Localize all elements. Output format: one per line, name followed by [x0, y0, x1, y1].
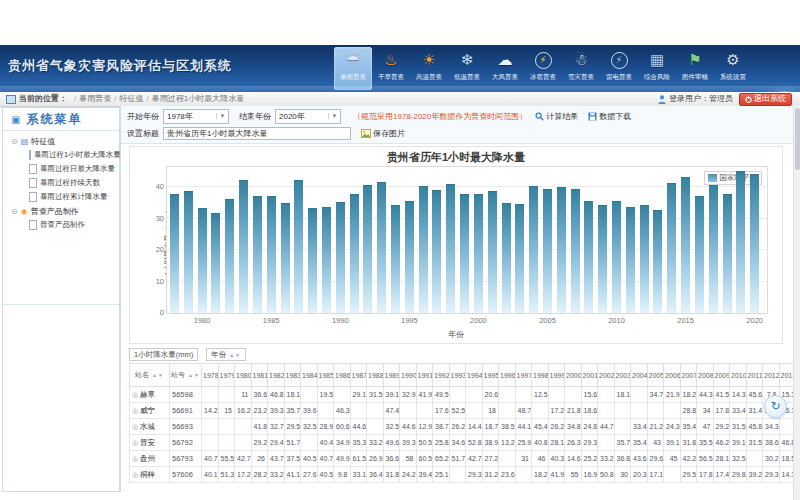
year-column-header[interactable]: 1979 — [218, 364, 235, 387]
year-column-header[interactable]: 1981 — [251, 364, 268, 387]
station-name-cell[interactable]: ◎水城 — [130, 419, 170, 435]
value-cell: 41.9 — [548, 467, 565, 483]
wind-icon: ☁ — [486, 47, 524, 73]
breadcrumb-link[interactable]: 暴雨过程1小时最大降水量 — [152, 94, 244, 103]
year-column-header[interactable]: 2009 — [713, 364, 730, 387]
year-column-header[interactable]: 2006 — [664, 364, 681, 387]
toolbar-item-系统设置[interactable]: ⚙系统设置 — [714, 47, 752, 90]
toolbar-item-冰雹普查[interactable]: ⚡冰雹普查 — [524, 47, 562, 90]
year-column-header[interactable]: 1980 — [235, 364, 252, 387]
sidebar-group-特征值[interactable]: ⊖▤特征值 — [3, 134, 119, 148]
id-column-header[interactable]: 站号▲▼ — [170, 364, 202, 387]
breadcrumb-link[interactable]: 特征值 — [119, 94, 143, 103]
year-column-header[interactable]: 2008 — [697, 364, 714, 387]
sidebar-item-label: 普查产品制作 — [40, 220, 85, 230]
value-cell: 50.5 — [416, 435, 433, 451]
year-column-header[interactable]: 1985 — [317, 364, 334, 387]
year-column-header[interactable]: 1996 — [499, 364, 516, 387]
station-name-cell[interactable]: ◎盘州 — [130, 451, 170, 467]
value-cell: 39.4 — [416, 467, 433, 483]
year-column-header[interactable]: 2004 — [631, 364, 648, 387]
scrollbar-thumb[interactable] — [795, 108, 800, 170]
year-column-header[interactable]: 1997 — [515, 364, 532, 387]
floating-service-widget[interactable]: ↻ — [764, 395, 787, 418]
year-column-header[interactable]: 1993 — [449, 364, 466, 387]
year-column-header[interactable]: 2011 — [746, 364, 763, 387]
year-column-header[interactable]: 1994 — [466, 364, 483, 387]
year-column-header[interactable]: 1987 — [350, 364, 367, 387]
radio-icon[interactable]: ◎ — [132, 455, 138, 462]
year-column-header[interactable]: 2012 — [763, 364, 780, 387]
year-column-header[interactable]: 1982 — [268, 364, 285, 387]
year-column-header[interactable]: 1988 — [367, 364, 384, 387]
toolbar-item-低温普查[interactable]: ❄低温普查 — [448, 47, 486, 90]
year-column-header[interactable]: 1991 — [416, 364, 433, 387]
sidebar-item-暴雨过程日最大降水量[interactable]: 暴雨过程日最大降水量 — [3, 162, 119, 176]
tree-expander-icon[interactable]: ⊖ — [11, 137, 18, 146]
station-name-cell[interactable]: ◎赫章 — [130, 387, 170, 403]
field-chip-label: 1小时降水量(mm) — [134, 350, 193, 360]
year-column-header[interactable]: 2003 — [614, 364, 631, 387]
year-column-header[interactable]: 1990 — [400, 364, 417, 387]
toolbar-item-大风普查[interactable]: ☁大风普查 — [486, 47, 524, 90]
toolbar-item-干旱普查[interactable]: ♨干旱普查 — [372, 47, 410, 90]
year-column-header[interactable]: 1999 — [548, 364, 565, 387]
sort-arrows-icon[interactable]: ▲▼ — [152, 372, 164, 378]
station-name-cell[interactable]: ◎桐梓 — [130, 467, 170, 483]
toolbar-item-暴雨普查[interactable]: ☔暴雨普查 — [334, 47, 372, 90]
logout-button[interactable]: 退出系统 — [739, 93, 792, 106]
year-column-header[interactable]: 1978 — [202, 364, 219, 387]
toolbar-item-雪灾普查[interactable]: ☃雪灾普查 — [562, 47, 600, 90]
sidebar-item-暴雨过程持续天数[interactable]: 暴雨过程持续天数 — [3, 176, 119, 190]
year-column-header[interactable]: 2005 — [647, 364, 664, 387]
sidebar-item-暴雨过程1小时最大降水量[interactable]: 暴雨过程1小时最大降水量 — [3, 148, 119, 162]
chart-title-input[interactable] — [163, 127, 351, 140]
toolbar-item-图件审核[interactable]: ⚑图件审核 — [676, 47, 714, 90]
radio-icon[interactable]: ◎ — [132, 407, 138, 414]
year-column-header[interactable]: 2002 — [598, 364, 615, 387]
radio-icon[interactable]: ◎ — [132, 439, 138, 446]
value-cell: 17.8 — [713, 403, 730, 419]
toolbar-item-综合风险[interactable]: ▦综合风险 — [638, 47, 676, 90]
breadcrumb-link[interactable]: 暴雨普查 — [79, 94, 111, 103]
year-column-header[interactable]: 2013 — [779, 364, 794, 387]
start-year-select[interactable]: 1978年 ▼ — [163, 109, 229, 124]
value-cell: 31.8 — [680, 435, 697, 451]
year-column-header[interactable]: 1986 — [334, 364, 351, 387]
radio-icon[interactable]: ◎ — [132, 423, 138, 430]
sort-arrows-icon[interactable]: ▲▼ — [188, 372, 200, 378]
radio-icon[interactable]: ◎ — [132, 391, 138, 398]
tree-expander-icon[interactable]: ⊖ — [11, 207, 18, 216]
year-column-header[interactable]: 1984 — [301, 364, 318, 387]
year-column-header[interactable]: 2010 — [730, 364, 747, 387]
name-column-header[interactable]: 站名▲▼ — [130, 364, 170, 387]
year-column-header[interactable]: 2001 — [581, 364, 598, 387]
station-name-cell[interactable]: ◎普安 — [130, 435, 170, 451]
value-cell: 12.9 — [416, 419, 433, 435]
year-column-header[interactable]: 1989 — [383, 364, 400, 387]
value-cell: 40.5 — [301, 451, 318, 467]
sidebar-item-暴雨过程累计降水量[interactable]: 暴雨过程累计降水量 — [3, 190, 119, 204]
page-scrollbar[interactable] — [793, 106, 800, 500]
year-column-header[interactable]: 1995 — [482, 364, 499, 387]
toolbar-item-高温普查[interactable]: ☀高温普查 — [410, 47, 448, 90]
end-year-select[interactable]: 2020年 ▼ — [275, 109, 341, 124]
field-chip[interactable]: 1小时降水量(mm) — [129, 348, 198, 361]
year-column-header[interactable]: 1992 — [433, 364, 450, 387]
value-cell: 40.4 — [317, 435, 334, 451]
toolbar-item-雷电普查[interactable]: ⚡雷电普查 — [600, 47, 638, 90]
sidebar-item-普查产品制作[interactable]: 普查产品制作 — [3, 218, 119, 232]
station-name-cell[interactable]: ◎威宁 — [130, 403, 170, 419]
year-column-header[interactable]: 1998 — [532, 364, 549, 387]
data-download-button[interactable]: 数据下载 — [588, 111, 631, 122]
value-cell: 23.2 — [251, 403, 268, 419]
year-column-header[interactable]: 2007 — [680, 364, 697, 387]
year-column-header[interactable]: 2000 — [565, 364, 582, 387]
calc-result-button[interactable]: 计算结果 — [535, 111, 578, 122]
radio-icon[interactable]: ◎ — [132, 471, 138, 478]
station-id-cell: 56792 — [170, 435, 202, 451]
year-sort-chip[interactable]: 年份 ▲▼ — [206, 348, 246, 361]
save-image-button[interactable]: 保存图片 — [361, 128, 405, 139]
sidebar-group-普查产品制作[interactable]: ⊖◉普查产品制作 — [3, 204, 119, 218]
year-column-header[interactable]: 1983 — [284, 364, 301, 387]
